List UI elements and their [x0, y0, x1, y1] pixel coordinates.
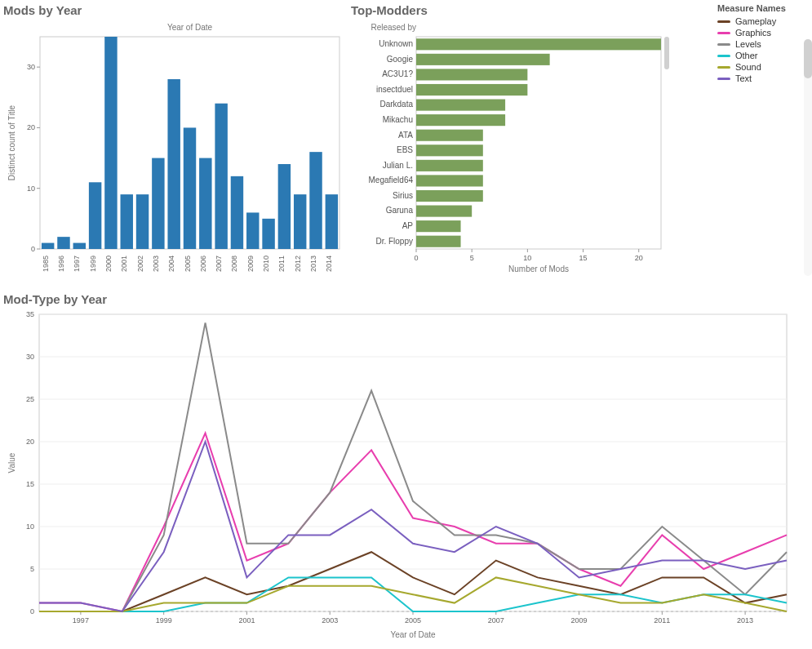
- bar[interactable]: [416, 236, 461, 247]
- svg-text:10: 10: [523, 254, 531, 262]
- line-chart-svg: 0510152025303519971999200120032005200720…: [3, 306, 795, 644]
- bar[interactable]: [152, 158, 164, 249]
- svg-text:0: 0: [31, 245, 35, 253]
- svg-text:30: 30: [27, 63, 35, 71]
- svg-text:10: 10: [26, 522, 34, 531]
- bar[interactable]: [215, 104, 227, 249]
- bar-chart-svg: Year of Date0102030Distinct count of Tit…: [3, 17, 346, 295]
- svg-rect-57: [39, 314, 787, 611]
- svg-text:5: 5: [470, 254, 474, 262]
- svg-text:2005: 2005: [405, 616, 421, 625]
- svg-text:Unknown: Unknown: [379, 39, 413, 48]
- legend-swatch: [717, 32, 730, 34]
- bar[interactable]: [121, 194, 133, 249]
- svg-text:2012: 2012: [294, 256, 302, 272]
- bar[interactable]: [294, 194, 306, 249]
- svg-text:2011: 2011: [277, 256, 286, 272]
- svg-text:Googie: Googie: [387, 55, 414, 64]
- svg-text:30: 30: [26, 353, 34, 361]
- legend-swatch: [717, 66, 730, 69]
- bar[interactable]: [416, 175, 483, 186]
- bar[interactable]: [278, 164, 291, 249]
- svg-text:20: 20: [26, 438, 34, 446]
- legend-item[interactable]: Graphics: [717, 28, 807, 38]
- svg-text:2006: 2006: [199, 256, 207, 272]
- svg-text:2011: 2011: [654, 616, 670, 625]
- svg-text:Year of Date: Year of Date: [390, 630, 436, 639]
- svg-rect-31: [416, 37, 661, 249]
- svg-text:Garuna: Garuna: [386, 206, 414, 215]
- legend-label: Levels: [735, 39, 761, 49]
- legend-item[interactable]: Other: [717, 51, 807, 60]
- svg-text:1996: 1996: [57, 256, 65, 272]
- svg-text:10: 10: [27, 184, 35, 193]
- bar[interactable]: [416, 38, 661, 50]
- svg-text:2007: 2007: [488, 616, 504, 625]
- svg-text:2001: 2001: [238, 616, 255, 625]
- svg-text:Darkdata: Darkdata: [379, 100, 413, 109]
- svg-text:Julian L.: Julian L.: [383, 161, 413, 170]
- bar[interactable]: [416, 114, 505, 126]
- svg-text:2013: 2013: [309, 256, 317, 272]
- svg-text:2013: 2013: [737, 616, 753, 625]
- bar[interactable]: [184, 127, 196, 249]
- bar[interactable]: [326, 194, 338, 249]
- bar[interactable]: [231, 176, 243, 249]
- bar[interactable]: [416, 100, 505, 111]
- legend-item[interactable]: Gameplay: [717, 16, 807, 26]
- svg-text:2002: 2002: [136, 256, 144, 272]
- scrollbar-thumb[interactable]: [804, 39, 812, 78]
- bar[interactable]: [89, 182, 101, 249]
- svg-text:2005: 2005: [184, 256, 192, 272]
- svg-text:0: 0: [414, 254, 418, 262]
- bar[interactable]: [416, 69, 527, 80]
- bar[interactable]: [262, 219, 274, 249]
- svg-text:2014: 2014: [325, 256, 333, 272]
- bar[interactable]: [416, 84, 527, 96]
- svg-text:0: 0: [30, 607, 34, 616]
- bar[interactable]: [416, 206, 472, 217]
- svg-text:EBS: EBS: [397, 145, 413, 154]
- svg-text:2008: 2008: [230, 256, 238, 272]
- bar[interactable]: [309, 152, 322, 249]
- svg-text:insectduel: insectduel: [376, 85, 413, 94]
- chart-title: Mod-Type by Year: [3, 292, 795, 306]
- svg-text:15: 15: [26, 480, 34, 488]
- chart-mods-by-year: Mods by Year Year of Date0102030Distinct…: [3, 3, 346, 295]
- svg-text:20: 20: [27, 123, 35, 131]
- chart-mod-type-by-year: Mod-Type by Year 05101520253035199719992…: [3, 292, 795, 644]
- bar[interactable]: [57, 237, 69, 249]
- svg-text:2010: 2010: [262, 256, 270, 272]
- bar[interactable]: [73, 243, 86, 249]
- bar[interactable]: [246, 212, 259, 249]
- legend-item[interactable]: Levels: [717, 39, 807, 49]
- svg-text:Released by: Released by: [371, 23, 416, 32]
- inner-scrollbar-thumb[interactable]: [664, 37, 669, 69]
- svg-text:AP: AP: [402, 221, 414, 230]
- bar[interactable]: [416, 220, 461, 232]
- svg-text:25: 25: [26, 395, 34, 403]
- svg-text:2009: 2009: [246, 256, 255, 272]
- chart-title: Mods by Year: [3, 3, 346, 17]
- legend-label: Text: [735, 73, 752, 83]
- svg-text:1999: 1999: [89, 256, 97, 272]
- scrollbar-track[interactable]: [804, 39, 812, 276]
- chart-top-modders: Top-Modders Released byUnknownGoogieAC3U…: [351, 3, 677, 278]
- legend-label: Other: [735, 51, 758, 60]
- bar[interactable]: [104, 37, 117, 249]
- bar[interactable]: [416, 54, 550, 65]
- bar[interactable]: [136, 194, 149, 249]
- bar[interactable]: [416, 144, 483, 156]
- bar[interactable]: [42, 243, 54, 249]
- bar[interactable]: [416, 130, 483, 141]
- bar[interactable]: [199, 158, 211, 249]
- bar[interactable]: [416, 160, 483, 171]
- bar[interactable]: [416, 190, 483, 202]
- svg-text:2003: 2003: [152, 256, 160, 272]
- legend-item[interactable]: Text: [717, 73, 807, 83]
- legend-swatch: [717, 43, 730, 46]
- svg-text:2001: 2001: [120, 256, 128, 272]
- svg-text:Sirius: Sirius: [393, 191, 413, 200]
- bar[interactable]: [167, 79, 180, 249]
- legend-item[interactable]: Sound: [717, 62, 807, 72]
